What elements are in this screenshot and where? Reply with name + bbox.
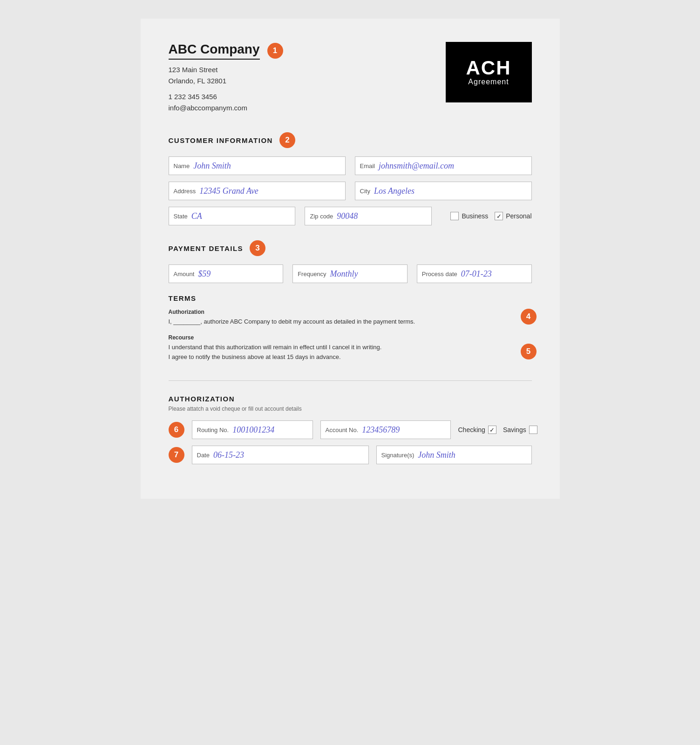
account-number-field[interactable]: Account No. 123456789 <box>320 420 451 439</box>
date-field[interactable]: Date 06-15-23 <box>192 446 369 464</box>
business-label: Business <box>462 212 488 220</box>
recourse-block: Recourse I understand that this authoriz… <box>169 334 532 362</box>
page: ABC Company 1 123 Main Street Orlando, F… <box>141 19 560 499</box>
city-label: City <box>360 188 370 195</box>
address-label: Address <box>174 188 196 195</box>
account-type-group: Business ✓ Personal <box>450 212 531 220</box>
badge-5: 5 <box>521 344 537 359</box>
badge-7: 7 <box>169 447 184 463</box>
frequency-field[interactable]: Frequency Monthly <box>292 264 408 283</box>
amount-value: $59 <box>198 269 211 279</box>
account-value: 123456789 <box>362 425 400 435</box>
amount-label: Amount <box>174 271 195 278</box>
checking-label: Checking <box>458 426 485 433</box>
customer-info-header: CUSTOMER INFORMATION 2 <box>169 132 532 148</box>
customer-form: Name John Smith Email johnsmith@email.co… <box>169 156 532 225</box>
header: ABC Company 1 123 Main Street Orlando, F… <box>169 42 532 114</box>
savings-checkbox-box[interactable] <box>529 426 537 434</box>
zip-label: Zip code <box>310 213 333 220</box>
terms-title: TERMS <box>169 294 532 302</box>
name-email-row: Name John Smith Email johnsmith@email.co… <box>169 156 532 175</box>
personal-checkbox[interactable]: ✓ Personal <box>495 212 531 220</box>
process-date-field[interactable]: Process date 07-01-23 <box>417 264 532 283</box>
state-value: CA <box>191 211 202 221</box>
address-line2: Orlando, FL 32801 <box>169 77 227 85</box>
company-address: 123 Main Street Orlando, FL 32801 <box>169 64 283 87</box>
ach-logo-text: ACH <box>466 58 511 78</box>
signature-label: Signature(s) <box>381 452 415 459</box>
address-field[interactable]: Address 12345 Grand Ave <box>169 182 346 200</box>
routing-label: Routing No. <box>197 427 229 433</box>
badge-4: 4 <box>521 309 537 325</box>
address-city-row: Address 12345 Grand Ave City Los Angeles <box>169 182 532 200</box>
company-name: ABC Company <box>169 42 260 60</box>
email-label: Email <box>360 163 375 169</box>
routing-field[interactable]: Routing No. 1001001234 <box>192 420 313 439</box>
auth-section: AUTHORIZATION Please attatch a void cheq… <box>169 395 532 464</box>
address-line1: 123 Main Street <box>169 66 218 74</box>
authorization-block: Authorization I, ________, authorize ABC… <box>169 309 532 327</box>
personal-label: Personal <box>506 212 531 220</box>
address-value: 12345 Grand Ave <box>199 186 258 196</box>
ach-logo-subtitle: Agreement <box>468 78 509 86</box>
city-value: Los Angeles <box>374 186 415 196</box>
routing-account-row: 6 Routing No. 1001001234 Account No. 123… <box>169 420 532 439</box>
badge-6: 6 <box>169 422 184 438</box>
savings-label: Savings <box>503 426 526 433</box>
frequency-value: Monthly <box>330 269 358 279</box>
savings-checkbox[interactable]: Savings <box>503 426 537 434</box>
checking-savings-group: Checking ✓ Savings <box>458 426 537 434</box>
recourse-text: I understand that this authorization wil… <box>169 343 532 362</box>
state-zip-row: State CA Zip code 90048 Business ✓ Perso… <box>169 207 532 225</box>
badge-3: 3 <box>250 240 265 256</box>
city-field[interactable]: City Los Angeles <box>355 182 532 200</box>
date-value: 06-15-23 <box>213 450 244 460</box>
customer-info-title: CUSTOMER INFORMATION <box>169 136 273 144</box>
state-field[interactable]: State CA <box>169 207 296 225</box>
company-phone: 1 232 345 3456 <box>169 93 217 101</box>
email-value: johnsmith@email.com <box>379 161 454 171</box>
badge-2: 2 <box>279 132 295 148</box>
date-label: Date <box>197 452 210 459</box>
auth-section-title: AUTHORIZATION <box>169 395 532 403</box>
company-email: info@abccompanym.com <box>169 104 247 112</box>
business-checkbox[interactable]: Business <box>450 212 488 220</box>
payment-row: Amount $59 Frequency Monthly Process dat… <box>169 264 532 283</box>
process-date-value: 07-01-23 <box>461 269 492 279</box>
personal-checkbox-box[interactable]: ✓ <box>495 212 503 220</box>
ach-logo: ACH Agreement <box>446 42 532 102</box>
company-contact: 1 232 345 3456 info@abccompanym.com <box>169 91 283 114</box>
routing-value: 1001001234 <box>232 425 274 435</box>
frequency-label: Frequency <box>298 271 326 278</box>
recourse-title: Recourse <box>169 334 532 341</box>
checking-checkbox[interactable]: Checking ✓ <box>458 426 496 434</box>
divider <box>169 380 532 381</box>
amount-field[interactable]: Amount $59 <box>169 264 284 283</box>
name-value: John Smith <box>193 161 231 171</box>
signature-field[interactable]: Signature(s) John Smith <box>376 446 532 464</box>
name-label: Name <box>174 163 190 169</box>
payment-details-title: PAYMENT DETAILS <box>169 244 244 252</box>
checking-checkbox-box[interactable]: ✓ <box>488 426 496 434</box>
state-label: State <box>174 213 188 220</box>
terms-section: TERMS Authorization I, ________, authori… <box>169 294 532 362</box>
account-label: Account No. <box>326 427 359 433</box>
email-field[interactable]: Email johnsmith@email.com <box>355 156 532 175</box>
payment-details-header: PAYMENT DETAILS 3 <box>169 240 532 256</box>
business-checkbox-box[interactable] <box>450 212 459 220</box>
auth-block-text: I, ________, authorize ABC Company to de… <box>169 317 532 327</box>
name-field[interactable]: Name John Smith <box>169 156 346 175</box>
auth-section-subtitle: Please attatch a void cheque or fill out… <box>169 406 532 412</box>
zip-field[interactable]: Zip code 90048 <box>305 207 432 225</box>
date-signature-row: 7 Date 06-15-23 Signature(s) John Smith <box>169 446 532 464</box>
signature-value: John Smith <box>418 450 455 460</box>
badge-1: 1 <box>267 43 283 59</box>
auth-block-title: Authorization <box>169 309 532 315</box>
zip-value: 90048 <box>337 211 358 221</box>
process-date-label: Process date <box>422 271 457 278</box>
company-info: ABC Company 1 123 Main Street Orlando, F… <box>169 42 283 114</box>
